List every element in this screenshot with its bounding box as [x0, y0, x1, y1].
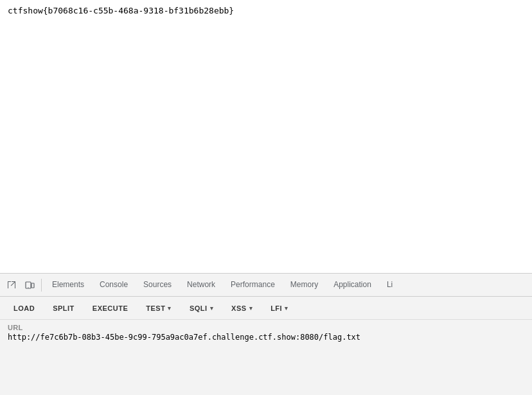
svg-rect-1 [31, 283, 34, 288]
xss-button[interactable]: XSS ▾ [223, 301, 261, 315]
test-button[interactable]: TEST ▾ [137, 301, 180, 315]
lfi-dropdown-arrow: ▾ [285, 305, 288, 312]
url-label: URL [8, 324, 524, 331]
devtools-tab-bar: Elements Console Sources Network Perform… [0, 274, 532, 297]
test-dropdown-arrow: ▾ [168, 305, 172, 312]
tab-console[interactable]: Console [92, 274, 136, 297]
execute-button[interactable]: EXECUTE [84, 301, 136, 315]
load-button[interactable]: LOAD [5, 301, 43, 315]
url-value: http://fe7c6b7b-08b3-45be-9c99-795a9ac0a… [8, 333, 524, 342]
tab-elements[interactable]: Elements [44, 274, 92, 297]
lfi-button[interactable]: LFI ▾ [262, 301, 297, 315]
toolbar: LOAD SPLIT EXECUTE TEST ▾ SQLI ▾ XSS ▾ L… [0, 297, 532, 320]
tab-memory[interactable]: Memory [283, 274, 326, 297]
device-toggle-icon[interactable] [21, 276, 39, 294]
split-button[interactable]: SPLIT [44, 301, 83, 315]
svg-point-2 [28, 287, 28, 288]
url-bar: URL http://fe7c6b7b-08b3-45be-9c99-795a9… [0, 320, 532, 395]
tab-sources[interactable]: Sources [136, 274, 179, 297]
sqli-button[interactable]: SQLI ▾ [181, 301, 222, 315]
main-content: ctfshow{b7068c16-c55b-468a-9318-bf31b6b2… [0, 0, 532, 273]
tab-network[interactable]: Network [179, 274, 223, 297]
tab-performance[interactable]: Performance [223, 274, 283, 297]
inspect-element-icon[interactable] [3, 276, 21, 294]
tab-application[interactable]: Application [326, 274, 379, 297]
tab-separator [41, 279, 42, 292]
xss-dropdown-arrow: ▾ [249, 305, 253, 312]
tab-li[interactable]: Li [379, 274, 400, 297]
sqli-dropdown-arrow: ▾ [210, 305, 214, 312]
ctf-output-text: ctfshow{b7068c16-c55b-468a-9318-bf31b6b2… [8, 6, 234, 15]
devtools-panel: Elements Console Sources Network Perform… [0, 273, 532, 395]
